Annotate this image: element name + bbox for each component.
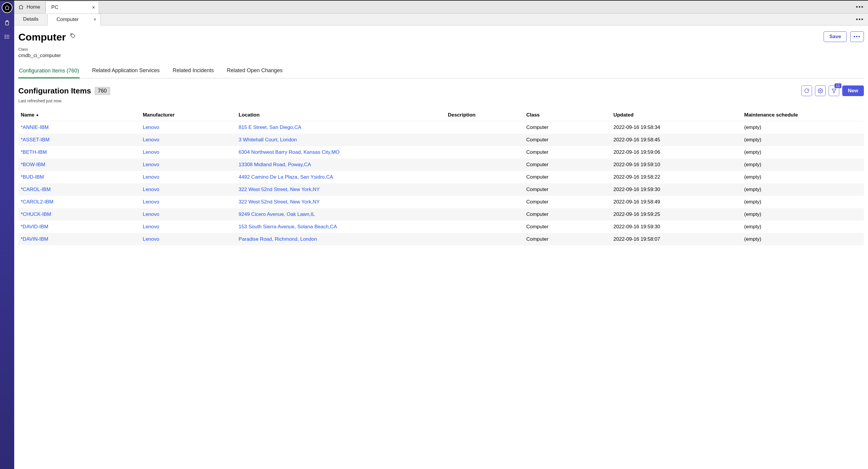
table-row[interactable]: *DAVIN-IBMLenovoParadise Road, Richmond,… [18, 233, 864, 245]
cell-updated: 2022-09-16 19:59:10 [611, 159, 742, 171]
cell-description [445, 233, 524, 245]
table-row[interactable]: *ASSET-IBMLenovo3 Whitehall Court, Londo… [18, 134, 864, 146]
cell-description [445, 159, 524, 171]
cell-maintenance: (empty) [742, 146, 864, 159]
cell-updated: 2022-09-16 19:59:30 [611, 183, 742, 196]
save-button[interactable]: Save [824, 31, 847, 42]
cell-description [445, 146, 524, 159]
cell-name[interactable]: *ANNIE-IBM [21, 125, 49, 130]
close-icon[interactable]: × [94, 17, 96, 22]
cell-maintenance: (empty) [742, 221, 864, 233]
cell-manufacturer[interactable]: Lenovo [143, 125, 159, 130]
ci-table: Name▲ Manufacturer Location Description … [18, 109, 864, 245]
more-actions-button[interactable]: ••• [850, 31, 864, 42]
filter-button[interactable]: 11 [829, 86, 839, 96]
cell-description [445, 183, 524, 196]
class-value: cmdb_ci_computer [18, 53, 76, 59]
cell-manufacturer[interactable]: Lenovo [143, 149, 159, 155]
tab-pc[interactable]: PC × [45, 1, 99, 13]
new-button[interactable]: New [842, 86, 864, 96]
more-icon[interactable]: ••• [856, 16, 864, 23]
cell-manufacturer[interactable]: Lenovo [143, 187, 159, 192]
cell-maintenance: (empty) [742, 233, 864, 245]
list-title: Configuration Items [18, 86, 91, 96]
col-name[interactable]: Name▲ [18, 109, 140, 121]
cell-location[interactable]: 322 West 52nd Street, New York,NY [239, 199, 320, 205]
cell-maintenance: (empty) [742, 183, 864, 196]
cell-location[interactable]: Paradise Road, Richmond, London [239, 236, 317, 242]
cell-class: Computer [524, 171, 611, 183]
cell-location[interactable]: 6304 Northwest Barry Road, Kansas City,M… [239, 149, 340, 155]
table-row[interactable]: *BOW-IBMLenovo13308 Midland Road, Poway,… [18, 159, 864, 171]
cell-name[interactable]: *CAROL-IBM [21, 187, 51, 192]
cell-manufacturer[interactable]: Lenovo [143, 224, 159, 230]
list-icon[interactable] [4, 33, 11, 40]
cell-location[interactable]: 153 South Sierra Avenue, Solana Beach,CA [239, 224, 337, 230]
cell-name[interactable]: *ASSET-IBM [21, 137, 50, 142]
col-manufacturer[interactable]: Manufacturer [140, 109, 236, 121]
cell-manufacturer[interactable]: Lenovo [143, 137, 159, 142]
cell-description [445, 221, 524, 233]
cell-location[interactable]: 13308 Midland Road, Poway,CA [239, 162, 311, 167]
cell-manufacturer[interactable]: Lenovo [143, 174, 159, 180]
col-maintenance[interactable]: Maintenance schedule [742, 109, 864, 121]
cell-name[interactable]: *CAROL2-IBM [21, 199, 54, 205]
cell-name[interactable]: *BOW-IBM [21, 162, 45, 167]
cell-name[interactable]: *CHUCK-IBM [21, 211, 51, 217]
cell-location[interactable]: 4492 Camino De La Plaza, San Ysidro,CA [239, 174, 333, 180]
close-icon[interactable]: × [92, 4, 95, 11]
settings-button[interactable] [815, 86, 826, 96]
clipboard-icon[interactable] [4, 20, 11, 27]
cell-name[interactable]: *BETH-IBM [21, 149, 47, 155]
table-row[interactable]: *CAROL-IBMLenovo322 West 52nd Street, Ne… [18, 183, 864, 196]
cell-updated: 2022-09-16 19:59:25 [611, 208, 742, 221]
svg-point-6 [5, 38, 6, 38]
cell-updated: 2022-09-16 19:58:22 [611, 171, 742, 183]
cell-manufacturer[interactable]: Lenovo [143, 211, 159, 217]
table-row[interactable]: *DAVID-IBMLenovo153 South Sierra Avenue,… [18, 221, 864, 233]
tab-label: Details [23, 16, 38, 22]
tab-configuration-items[interactable]: Configuration Items (760) [18, 68, 80, 78]
cell-location[interactable]: 3 Whitehall Court, London [239, 137, 297, 142]
cell-updated: 2022-09-16 19:58:34 [611, 121, 742, 134]
refresh-button[interactable] [801, 86, 812, 96]
more-icon[interactable]: ••• [856, 4, 864, 10]
cell-manufacturer[interactable]: Lenovo [143, 199, 159, 205]
cell-description [445, 134, 524, 146]
last-refreshed: Last refreshed just now. [18, 98, 864, 103]
count-badge: 760 [95, 87, 110, 95]
table-row[interactable]: *BETH-IBMLenovo6304 Northwest Barry Road… [18, 146, 864, 159]
cell-name[interactable]: *DAVID-IBM [21, 224, 48, 230]
col-class[interactable]: Class [524, 109, 611, 121]
tab-related-app-services[interactable]: Related Application Services [91, 67, 160, 78]
cell-class: Computer [524, 121, 611, 134]
cell-updated: 2022-09-16 19:59:30 [611, 221, 742, 233]
cell-name[interactable]: *BUD-IBM [21, 174, 44, 180]
cell-manufacturer[interactable]: Lenovo [143, 236, 159, 242]
subtab-details[interactable]: Details [14, 13, 48, 25]
tag-icon[interactable] [70, 33, 76, 39]
cell-maintenance: (empty) [742, 171, 864, 183]
cell-maintenance: (empty) [742, 121, 864, 134]
cell-class: Computer [524, 183, 611, 196]
tab-home[interactable]: Home [14, 1, 45, 13]
cell-location[interactable]: 322 West 52nd Street, New York,NY [239, 187, 320, 192]
table-row[interactable]: *BUD-IBMLenovo4492 Camino De La Plaza, S… [18, 171, 864, 183]
svg-point-8 [71, 34, 72, 35]
col-location[interactable]: Location [236, 109, 445, 121]
cell-manufacturer[interactable]: Lenovo [143, 162, 159, 167]
table-row[interactable]: *CAROL2-IBMLenovo322 West 52nd Street, N… [18, 196, 864, 208]
table-row[interactable]: *CHUCK-IBMLenovo9249 Cicero Avenue, Oak … [18, 208, 864, 221]
cell-location[interactable]: 815 E Street, San Diego,CA [239, 125, 301, 130]
tab-related-incidents[interactable]: Related Incidents [172, 67, 214, 78]
col-description[interactable]: Description [445, 109, 524, 121]
col-updated[interactable]: Updated [611, 109, 742, 121]
svg-point-2 [5, 35, 6, 35]
tab-related-open-changes[interactable]: Related Open Changes [226, 67, 283, 78]
home-icon[interactable] [2, 2, 12, 13]
svg-point-9 [820, 90, 821, 92]
cell-location[interactable]: 9249 Cicero Avenue, Oak Lawn,IL [239, 211, 315, 217]
cell-name[interactable]: *DAVIN-IBM [21, 236, 48, 242]
subtab-computer[interactable]: Computer × [48, 13, 101, 26]
table-row[interactable]: *ANNIE-IBMLenovo815 E Street, San Diego,… [18, 121, 864, 134]
